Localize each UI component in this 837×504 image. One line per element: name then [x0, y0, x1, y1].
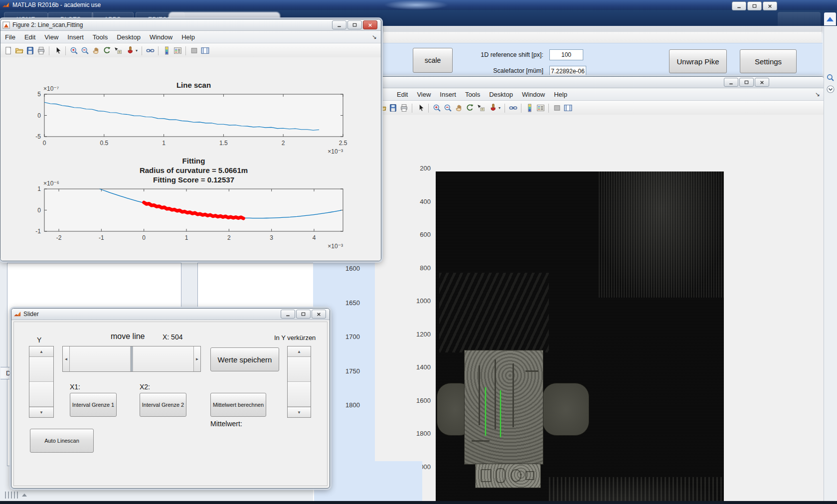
zoom-out-icon[interactable] [442, 103, 453, 114]
search-icon[interactable] [826, 73, 835, 84]
brush-icon[interactable] [486, 103, 497, 114]
dock-figure-icon[interactable] [372, 33, 377, 40]
slider-track[interactable] [288, 357, 311, 382]
matlab-logo-icon [2, 1, 9, 9]
calc-mean-button[interactable]: Mittelwert berechnen [210, 393, 266, 417]
slider-minimize-button[interactable] [281, 310, 295, 319]
slider-titlebar[interactable]: Slider [11, 309, 330, 320]
rotate-icon[interactable] [464, 103, 475, 114]
brush-icon[interactable] [123, 45, 134, 56]
figimg-close-button[interactable] [755, 78, 769, 87]
slider-close-button[interactable] [312, 310, 326, 319]
unwrap-pike-button[interactable]: Unwrap Pike [669, 49, 727, 73]
hide-tools-icon[interactable] [188, 45, 199, 56]
menu-insert[interactable]: Insert [63, 33, 88, 41]
menu-tools[interactable]: Tools [88, 33, 112, 41]
menu-desktop[interactable]: Desktop [112, 33, 145, 41]
menu-help[interactable]: Help [549, 91, 572, 98]
slider-up-icon[interactable] [29, 346, 53, 357]
data-cursor-icon[interactable] [112, 45, 123, 56]
hide-tools-icon[interactable] [551, 103, 562, 114]
main-close-button[interactable] [763, 1, 777, 10]
y-slider-left[interactable] [29, 346, 54, 418]
slider-track[interactable] [70, 346, 131, 371]
main-maximize-button[interactable] [747, 1, 762, 10]
brush-dropdown-icon[interactable] [134, 48, 139, 53]
cursor-icon[interactable] [415, 103, 426, 114]
pan-icon[interactable] [453, 103, 464, 114]
save-icon[interactable] [387, 103, 398, 114]
figimg-minimize-button[interactable] [724, 78, 738, 87]
rotate-icon[interactable] [101, 45, 112, 56]
slider-maximize-button[interactable] [296, 310, 311, 319]
y-slider-right[interactable] [287, 346, 311, 418]
slider-track[interactable] [29, 357, 53, 382]
pan-icon[interactable] [90, 45, 101, 56]
menu-insert[interactable]: Insert [435, 91, 461, 98]
dock-figure-icon[interactable] [815, 91, 820, 98]
menu-tools[interactable]: Tools [461, 91, 485, 98]
data-cursor-icon[interactable] [475, 103, 486, 114]
menu-window[interactable]: Window [145, 33, 177, 41]
linescan-fitting-plots[interactable]: Line scan00.511.522.550-5×10⁻⁷×10⁻³Fitti… [0, 57, 381, 260]
slider-track[interactable] [133, 346, 193, 371]
fig2-maximize-button[interactable] [347, 20, 362, 29]
menu-help[interactable]: Help [177, 33, 199, 41]
move-line-slider[interactable] [62, 346, 201, 372]
slider-up-icon[interactable] [288, 346, 311, 357]
scroll-down-icon[interactable] [826, 85, 835, 96]
save-icon[interactable] [24, 45, 35, 56]
slider-track[interactable] [288, 382, 311, 407]
auto-linescan-button[interactable]: Auto Linescan [30, 429, 94, 453]
menu-view[interactable]: View [412, 91, 435, 98]
menu-view[interactable]: View [40, 33, 63, 41]
main-titlebar[interactable]: MATLAB R2016b - academic use [0, 0, 837, 10]
menu-desktop[interactable]: Desktop [485, 91, 517, 98]
cursor-icon[interactable] [52, 45, 63, 56]
scale-button[interactable]: scale [413, 48, 453, 73]
interval-limit2-button[interactable]: Interval Grenze 2 [140, 393, 186, 417]
link-icon[interactable] [507, 103, 518, 114]
slider-down-icon[interactable] [288, 407, 311, 417]
legend-icon[interactable] [172, 45, 183, 56]
panel-grip-handle[interactable] [5, 492, 20, 499]
plot-tools-icon[interactable] [199, 45, 210, 56]
save-values-button[interactable]: Werte speichern [210, 347, 279, 371]
menu-edit[interactable]: Edit [392, 91, 412, 98]
linescan-marker-left[interactable] [485, 387, 486, 436]
figimg-maximize-button[interactable] [739, 78, 754, 87]
new-icon[interactable] [2, 45, 13, 56]
zoom-out-icon[interactable] [79, 45, 90, 56]
plot-tools-icon[interactable] [562, 103, 573, 114]
zoom-in-icon[interactable] [68, 45, 79, 56]
figure-image-titlebar[interactable]: d [374, 77, 824, 88]
print-icon[interactable] [398, 103, 409, 114]
ref-shift-input[interactable] [549, 49, 583, 60]
link-icon[interactable] [145, 45, 156, 56]
settings-button[interactable]: Settings [740, 49, 797, 73]
main-minimize-button[interactable] [732, 1, 746, 10]
menu-file[interactable]: File [0, 33, 20, 41]
linescan-marker-right[interactable] [500, 390, 501, 437]
taskbar-edge[interactable] [0, 501, 837, 504]
slider-left-icon[interactable] [63, 346, 70, 371]
menu-edit[interactable]: Edit [20, 33, 40, 41]
slider-right-icon[interactable] [193, 346, 200, 371]
interval-limit1-button[interactable]: Interval Grenze 1 [70, 393, 117, 417]
fig2-close-button[interactable] [363, 20, 377, 29]
brush-dropdown-icon[interactable] [497, 106, 502, 110]
zoom-in-icon[interactable] [431, 103, 442, 114]
slider-track[interactable] [29, 382, 53, 407]
colorbar-icon[interactable] [161, 45, 172, 56]
collapse-ribbon-tab[interactable] [824, 12, 836, 25]
interferogram-image[interactable] [436, 171, 724, 504]
scalefactor-input[interactable] [549, 66, 586, 77]
colorbar-icon[interactable] [524, 103, 535, 114]
fig2-minimize-button[interactable] [332, 20, 346, 29]
legend-icon[interactable] [535, 103, 546, 114]
menu-window[interactable]: Window [517, 91, 549, 98]
open-icon[interactable] [13, 45, 24, 56]
figure2-titlebar[interactable]: Figure 2: Line_scan,Fitting [0, 19, 381, 31]
print-icon[interactable] [35, 45, 46, 56]
slider-down-icon[interactable] [29, 407, 53, 417]
